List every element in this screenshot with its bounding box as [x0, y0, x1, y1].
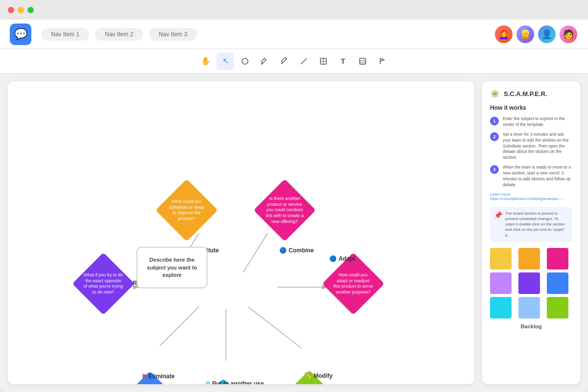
center-box[interactable]: Describe here the subject you want to ex… [137, 247, 208, 289]
text-tool[interactable]: T [334, 52, 352, 70]
maximize-button[interactable] [27, 7, 34, 13]
step-1-num: 1 [490, 117, 499, 125]
modify-icon: ✏️ [304, 372, 312, 379]
eliminate-icon: ✖ [142, 373, 147, 380]
step-2-text: Set a timer for 3 minutes and ask your t… [503, 132, 572, 161]
app-logo[interactable]: 💬 [10, 24, 31, 45]
sticky-notes-grid [490, 248, 572, 318]
put-to-use-icon: ⊙ [205, 380, 210, 384]
reverse-diamond: What if you try to do the exact opposite… [72, 252, 134, 315]
sticky-tool[interactable] [354, 52, 371, 70]
connectors-svg [8, 81, 474, 384]
select-tool[interactable]: ↖ [217, 52, 234, 70]
combine-label: 🔵 Combine [279, 247, 314, 254]
sticky-note[interactable] [490, 272, 512, 294]
eliminate-label: ✖ Eliminate [142, 373, 174, 380]
sticky-note[interactable] [547, 248, 568, 270]
svg-rect-5 [360, 58, 366, 64]
sticky-note[interactable] [518, 272, 540, 294]
toolbar: ✋ ↖ T [0, 49, 588, 74]
step-3-text: When the team is ready to move to a new … [503, 165, 572, 188]
nav-item-3[interactable]: Nav Item 3 [149, 28, 197, 41]
pinned-note-text: The board section is pinned to prevent u… [505, 211, 568, 238]
line-tool[interactable] [295, 52, 313, 70]
sidebar-title: ✳️ S.C.A.M.P.E.R. [490, 89, 572, 98]
adapt-label: 🔵 Adapt [329, 255, 355, 262]
pin-icon: 📌 [494, 211, 502, 220]
app-window: 💬 Nav Item 1 Nav Item 2 Nav Item 3 👩‍🦰 👱… [0, 0, 588, 392]
center-text: Describe here the subject you want to ex… [142, 256, 203, 279]
substitute-diamond: What could you substitute or swap to imp… [155, 179, 218, 241]
adapt-icon: 🔵 [329, 255, 337, 262]
step-2-num: 2 [490, 132, 499, 141]
put-to-use-label: ⊙ Put to another use [205, 380, 264, 384]
backlog-label: Backlog [490, 323, 572, 329]
step-3: 3 When the team is ready to move to a ne… [490, 165, 572, 188]
learn-more-link[interactable]: Learn more: https://conceptboard.com/blo… [490, 192, 572, 201]
how-it-works-title: How it works [490, 104, 572, 111]
svg-point-0 [242, 58, 248, 64]
sticky-note[interactable] [490, 297, 512, 318]
adapt-diamond-text: How could you adapt or readjust this pro… [331, 270, 375, 297]
combine-icon: 🔵 [279, 247, 287, 254]
avatar-3[interactable]: 👤 [537, 24, 557, 44]
sidebar: ✳️ S.C.A.M.P.E.R. How it works 1 Enter t… [482, 81, 580, 384]
avatar-4[interactable]: 🧑 [559, 24, 578, 44]
canvas-area[interactable]: Describe here the subject you want to ex… [8, 81, 474, 384]
header-nav: Nav Item 1 Nav Item 2 Nav Item 3 [41, 28, 197, 41]
step-1: 1 Enter the subject to explore in the ce… [490, 116, 572, 128]
flag-tool[interactable] [373, 52, 391, 70]
close-button[interactable] [8, 7, 14, 13]
step-2: 2 Set a timer for 3 minutes and ask your… [490, 132, 572, 161]
pen-tool[interactable] [256, 52, 273, 70]
nav-item-1[interactable]: Nav Item 1 [41, 28, 89, 41]
avatar-2[interactable]: 👱 [515, 24, 535, 44]
reverse-diamond-text: What if you try to do the exact opposite… [81, 270, 125, 297]
sticky-note[interactable] [547, 272, 568, 294]
sticky-note[interactable] [547, 297, 568, 318]
step-1-text: Enter the subject to explore in the cent… [503, 116, 572, 128]
how-it-works-section: How it works 1 Enter the subject to expl… [490, 104, 572, 201]
titlebar [0, 0, 588, 20]
app-header: 💬 Nav Item 1 Nav Item 2 Nav Item 3 👩‍🦰 👱… [0, 20, 588, 49]
svg-line-9 [243, 233, 268, 272]
minimize-button[interactable] [18, 7, 24, 13]
pinned-note: 📌 The board section is pinned to prevent… [490, 207, 572, 242]
diagram: Describe here the subject you want to ex… [8, 81, 474, 384]
sticky-note[interactable] [518, 248, 540, 270]
pencil-tool[interactable] [275, 52, 293, 70]
shape-tool[interactable] [236, 52, 254, 70]
substitute-diamond-text: What could you substitute or swap to imp… [165, 197, 209, 224]
crop-tool[interactable] [315, 52, 332, 70]
scamper-logo: ✳️ [490, 89, 500, 98]
combine-diamond-text: Is there another product or service you … [263, 194, 307, 226]
nav-item-2[interactable]: Nav Item 2 [95, 28, 143, 41]
svg-line-12 [160, 307, 199, 346]
svg-line-1 [301, 58, 307, 64]
traffic-lights [8, 7, 34, 13]
avatar-1[interactable]: 👩‍🦰 [494, 24, 514, 44]
sticky-note[interactable] [518, 297, 540, 318]
svg-line-14 [248, 307, 302, 348]
sticky-note[interactable] [490, 248, 512, 270]
combine-diamond: Is there another product or service you … [253, 179, 316, 241]
sidebar-title-text: S.C.A.M.P.E.R. [504, 90, 547, 98]
header-avatars: 👩‍🦰 👱 👤 🧑 [494, 24, 578, 44]
main-content: Describe here the subject you want to ex… [0, 74, 588, 392]
modify-label: ✏️ Modify [304, 372, 333, 379]
step-3-num: 3 [490, 165, 499, 174]
hand-tool[interactable]: ✋ [197, 52, 215, 70]
